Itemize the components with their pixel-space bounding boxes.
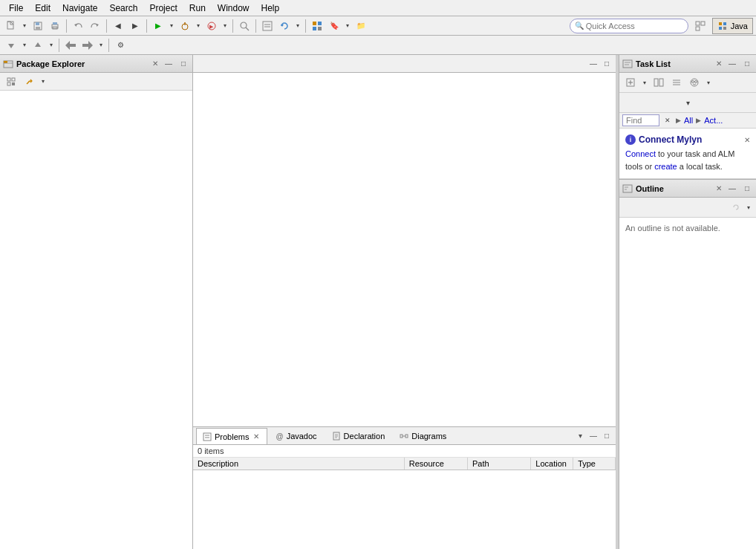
sep4 (232, 19, 233, 33)
right-panel: Task List ✕ — □ (619, 55, 756, 549)
tab-problems[interactable]: Problems ✕ (196, 428, 267, 444)
undo-button[interactable] (70, 18, 86, 34)
redo-button[interactable] (87, 18, 103, 34)
java-perspective-button[interactable]: Java (712, 18, 753, 34)
refresh-dropdown[interactable] (293, 18, 302, 34)
outline-close[interactable]: ✕ (714, 184, 723, 192)
new-dropdown[interactable] (20, 18, 29, 34)
outline-toolbar (619, 198, 756, 218)
menu-project[interactable]: Project (143, 1, 183, 15)
tab-diagrams[interactable]: Diagrams (393, 428, 453, 444)
menu-edit[interactable]: Edit (29, 1, 56, 15)
search-tool[interactable] (236, 18, 252, 34)
perspective-toggle[interactable] (691, 18, 709, 34)
bottom-panel-maximize[interactable]: □ (601, 430, 613, 442)
debug-button[interactable] (177, 18, 193, 34)
bookmark-button[interactable]: 🔖 (326, 18, 342, 34)
print-button[interactable] (47, 18, 63, 34)
tab-diagrams-label: Diagrams (411, 432, 446, 441)
tab-javadoc[interactable]: @ Javadoc (269, 428, 323, 444)
svg-rect-28 (701, 22, 705, 25)
filter-active-link[interactable]: Act... (704, 116, 723, 125)
new-task-button[interactable] (622, 74, 639, 91)
folder-button[interactable]: 📁 (353, 18, 369, 34)
col-resource[interactable]: Resource (404, 458, 467, 470)
refresh-button[interactable] (276, 18, 293, 34)
outline-minimize[interactable]: — (726, 183, 738, 195)
bottom-tab-bar: Problems ✕ @ Javadoc Declaration (193, 427, 616, 445)
task-list-close[interactable]: ✕ (714, 59, 723, 68)
forward-nav-button[interactable] (79, 37, 96, 53)
ext-tools-dropdown[interactable] (221, 18, 229, 34)
outline-icon (622, 183, 633, 194)
task-view1[interactable] (651, 74, 667, 91)
menu-navigate[interactable]: Navigate (56, 1, 103, 15)
prev-annotation-dropdown[interactable] (20, 37, 29, 53)
package-explorer-maximize[interactable]: □ (177, 58, 189, 70)
quick-access-input-wrapper: 🔍 (570, 19, 688, 33)
col-type[interactable]: Type (573, 458, 616, 470)
run-button[interactable]: ▶ (150, 18, 166, 34)
back-button[interactable]: ◀ (110, 18, 126, 34)
outline-panel: Outline ✕ — □ An outline is not availabl… (619, 180, 756, 549)
menu-file[interactable]: File (3, 1, 29, 15)
main-layout: Package Explorer ✕ — □ — □ (0, 55, 756, 549)
task-menu-dropdown[interactable] (704, 74, 713, 91)
link-editor-button[interactable] (21, 74, 37, 90)
editor-minimize[interactable]: — (587, 58, 599, 70)
quick-access-input[interactable] (586, 22, 683, 30)
back-nav-button[interactable] (62, 37, 79, 53)
menu-help[interactable]: Help (255, 1, 286, 15)
menu-run[interactable]: Run (183, 1, 212, 15)
svg-rect-24 (318, 22, 322, 25)
bottom-panel-minimize[interactable]: — (587, 430, 599, 442)
quick-access-area: 🔍 Java (570, 18, 753, 34)
svg-marker-35 (35, 42, 41, 47)
package-explorer-minimize[interactable]: — (163, 58, 175, 70)
view-menu-button[interactable]: ▾ (574, 430, 586, 442)
outline-menu[interactable] (744, 199, 753, 215)
outline-maximize[interactable]: □ (741, 183, 753, 195)
prev-annotation-button[interactable] (3, 37, 19, 53)
editor-content[interactable] (193, 73, 616, 426)
forward-button[interactable]: ▶ (127, 18, 143, 34)
task-view2[interactable] (668, 74, 685, 91)
col-path[interactable]: Path (468, 458, 531, 470)
col-location[interactable]: Location (531, 458, 573, 470)
new-task-dropdown[interactable] (640, 74, 649, 91)
run-dropdown[interactable] (167, 18, 176, 34)
hierarchy-button[interactable]: ⚙ (112, 37, 128, 53)
menu-search[interactable]: Search (103, 1, 143, 15)
collapse-all-button[interactable] (3, 74, 19, 90)
forward-nav-dropdown[interactable] (97, 37, 105, 53)
debug-dropdown[interactable] (194, 18, 203, 34)
menu-window[interactable]: Window (212, 1, 255, 15)
create-link[interactable]: create (654, 162, 677, 171)
connect-mylyn-close[interactable]: ✕ (744, 136, 750, 144)
open-perspective-button[interactable] (309, 18, 325, 34)
filter-all-link[interactable]: All (684, 116, 693, 125)
save-button[interactable] (30, 18, 46, 34)
next-annotation-dropdown[interactable] (47, 37, 56, 53)
sep1 (66, 19, 67, 33)
view-menu-chevron[interactable]: ▾ (680, 94, 696, 111)
tab-declaration[interactable]: Declaration (325, 428, 392, 444)
connect-link[interactable]: Connect (625, 149, 656, 158)
package-explorer-close[interactable]: ✕ (151, 59, 160, 68)
task-list-toolbar (619, 73, 756, 93)
ext-tools-button[interactable]: ▶ (203, 18, 220, 34)
task-find-clear[interactable]: ✕ (662, 115, 673, 126)
task-sync[interactable] (686, 74, 703, 91)
editor-maximize[interactable]: □ (601, 58, 613, 70)
task-list-minimize[interactable]: — (726, 58, 738, 70)
new-button[interactable] (3, 18, 19, 34)
tab-problems-close[interactable]: ✕ (252, 432, 261, 441)
bookmark-dropdown[interactable] (343, 18, 352, 34)
next-annotation-button[interactable] (30, 37, 46, 53)
col-description[interactable]: Description (193, 458, 404, 470)
task-list-maximize[interactable]: □ (741, 58, 753, 70)
task-find-input[interactable] (626, 116, 652, 125)
open-task-button[interactable] (259, 18, 276, 34)
package-explorer-view-menu[interactable] (39, 74, 48, 90)
outline-refresh[interactable] (728, 199, 744, 215)
